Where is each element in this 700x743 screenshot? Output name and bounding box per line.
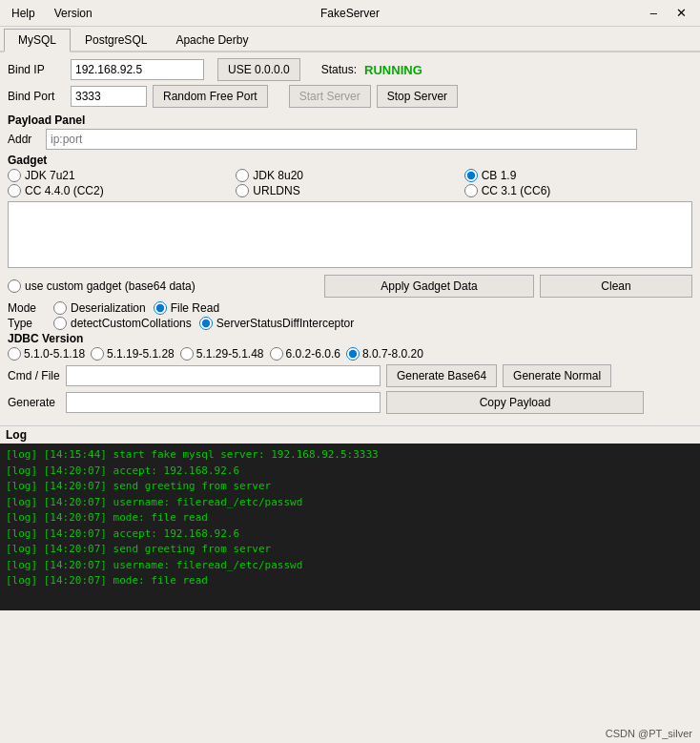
close-button[interactable]: ✕ — [670, 4, 692, 23]
gadget-cb19-label: CB 1.9 — [482, 169, 517, 182]
log-section: Log [log] [14:15:44] start fake mysql se… — [0, 425, 700, 610]
jdbc-version-label: JDBC Version — [8, 332, 692, 345]
radio-jdk8u20[interactable] — [236, 169, 249, 182]
payload-panel-label: Payload Panel — [8, 114, 692, 127]
type-detect-label: detectCustomCollations — [71, 317, 192, 330]
jdbc-v807-label: 8.0.7-8.0.20 — [362, 347, 423, 361]
gadget-jdk8u20-label: JDK 8u20 — [253, 169, 303, 182]
custom-gadget-radio[interactable] — [8, 279, 21, 293]
cmd-file-label: Cmd / File — [8, 369, 60, 382]
menu-version[interactable]: Version — [51, 5, 96, 22]
gadget-jdk7u21: JDK 7u21 — [8, 169, 236, 182]
bind-port-label: Bind Port — [8, 90, 65, 103]
generate-row: Generate Copy Payload — [8, 391, 692, 414]
jdbc-v519: 5.1.19-5.1.28 — [91, 347, 175, 361]
radio-jdbc-807[interactable] — [346, 347, 360, 361]
radio-jdbc-510[interactable] — [8, 347, 21, 361]
menu-help[interactable]: Help — [8, 5, 39, 22]
custom-gadget-label: use custom gadget (base64 data) — [25, 279, 196, 293]
jdbc-v5129: 5.1.29-5.1.48 — [180, 347, 264, 361]
radio-cb19[interactable] — [464, 169, 478, 182]
jdbc-v807: 8.0.7-8.0.20 — [346, 347, 423, 361]
mode-deser: Deserialization — [53, 301, 146, 315]
radio-jdbc-602[interactable] — [270, 347, 283, 361]
stop-server-button[interactable]: Stop Server — [377, 85, 458, 108]
log-line: [log] [14:20:07] mode: file read — [6, 510, 694, 526]
tab-apache-derby[interactable]: Apache Derby — [161, 29, 262, 51]
radio-deserialization[interactable] — [53, 301, 67, 315]
app-title: FakeServer — [320, 7, 380, 20]
type-detect: detectCustomCollations — [53, 317, 192, 330]
log-line: [log] [14:20:07] accept: 192.168.92.6 — [6, 464, 694, 480]
gadget-jdk8u20: JDK 8u20 — [236, 169, 463, 182]
tab-postgresql[interactable]: PostgreSQL — [71, 29, 161, 51]
use-button[interactable]: USE 0.0.0.0 — [217, 58, 300, 81]
bind-ip-label: Bind IP — [8, 63, 65, 76]
radio-file-read[interactable] — [154, 301, 167, 315]
jdbc-v5129-label: 5.1.29-5.1.48 — [196, 347, 264, 361]
gadget-urldns: URLDNS — [236, 184, 463, 197]
jdbc-v602-label: 6.0.2-6.0.6 — [286, 347, 340, 361]
type-row: Type detectCustomCollations ServerStatus… — [8, 317, 692, 330]
mode-fileread-label: File Read — [171, 301, 219, 315]
radio-server-status[interactable] — [199, 317, 213, 330]
custom-gadget-option: use custom gadget (base64 data) — [8, 279, 196, 293]
gadget-cc440-label: CC 4.4.0 (CC2) — [25, 184, 104, 197]
generate-label: Generate — [8, 396, 60, 409]
generate-base64-button[interactable]: Generate Base64 — [386, 364, 497, 387]
radio-jdbc-5129[interactable] — [180, 347, 194, 361]
jdbc-version-options: 5.1.0-5.1.18 5.1.19-5.1.28 5.1.29-5.1.48… — [8, 347, 692, 361]
minimize-button[interactable]: – — [645, 4, 663, 23]
gadget-urldns-label: URLDNS — [253, 184, 299, 197]
mode-deser-label: Deserialization — [71, 301, 146, 315]
radio-jdbc-519[interactable] — [91, 347, 104, 361]
radio-detect-custom[interactable] — [53, 317, 67, 330]
menu-bar: Help Version — [8, 5, 96, 22]
random-free-port-button[interactable]: Random Free Port — [153, 85, 268, 108]
generate-normal-button[interactable]: Generate Normal — [503, 364, 611, 387]
log-line: [log] [14:20:07] send greeting from serv… — [6, 542, 694, 558]
addr-label: Addr — [8, 133, 46, 146]
apply-gadget-data-button[interactable]: Apply Gadget Data — [324, 275, 534, 298]
radio-jdk7u21[interactable] — [8, 169, 21, 182]
addr-input[interactable] — [46, 129, 637, 150]
copy-payload-button[interactable]: Copy Payload — [386, 391, 644, 414]
gadget-cc440: CC 4.4.0 (CC2) — [8, 184, 236, 197]
gadget-data-textarea[interactable] — [8, 201, 692, 268]
radio-cc440[interactable] — [8, 184, 21, 197]
window-controls: – ✕ — [645, 4, 692, 23]
tab-mysql[interactable]: MySQL — [4, 29, 71, 52]
gadget-options: JDK 7u21 JDK 8u20 CB 1.9 CC 4.4.0 (CC2) … — [8, 169, 692, 197]
mode-label: Mode — [8, 301, 46, 315]
bind-port-input[interactable] — [71, 86, 147, 107]
log-line: [log] [14:20:07] send greeting from serv… — [6, 479, 694, 495]
watermark: CSDN @PT_silver — [606, 728, 692, 739]
tab-bar: MySQL PostgreSQL Apache Derby — [0, 27, 700, 52]
cmd-row: Cmd / File Generate Base64 Generate Norm… — [8, 364, 692, 387]
clean-button[interactable]: Clean — [540, 275, 692, 298]
log-line: [log] [14:20:07] accept: 192.168.92.6 — [6, 526, 694, 543]
type-serverstatus-label: ServerStatusDiffInterceptor — [216, 317, 355, 330]
gadget-cc31: CC 3.1 (CC6) — [464, 184, 692, 197]
radio-urldns[interactable] — [236, 184, 249, 197]
log-line: [log] [14:20:07] username: fileread_/etc… — [6, 495, 694, 511]
type-label: Type — [8, 317, 46, 330]
bind-ip-input[interactable] — [71, 59, 204, 80]
log-line: [log] [14:15:44] start fake mysql server… — [6, 447, 694, 464]
log-content: [log] [14:15:44] start fake mysql server… — [0, 444, 700, 610]
type-serverstatus: ServerStatusDiffInterceptor — [199, 317, 355, 330]
gadget-jdk7u21-label: JDK 7u21 — [25, 169, 75, 182]
main-content: Bind IP USE 0.0.0.0 Status: RUNNING Bind… — [0, 52, 700, 423]
log-line: [log] [14:20:07] mode: file read — [6, 573, 694, 589]
status-label: Status: — [321, 63, 357, 76]
title-bar: Help Version FakeServer – ✕ — [0, 0, 700, 27]
radio-cc31[interactable] — [464, 184, 478, 197]
gadget-label: Gadget — [8, 154, 692, 167]
gadget-cb19: CB 1.9 — [464, 169, 692, 182]
cmd-file-input[interactable] — [66, 365, 381, 386]
generate-input[interactable] — [66, 392, 381, 413]
jdbc-v510: 5.1.0-5.1.18 — [8, 347, 85, 361]
log-header: Log — [0, 425, 700, 444]
gadget-cc31-label: CC 3.1 (CC6) — [482, 184, 551, 197]
start-server-button[interactable]: Start Server — [289, 85, 371, 108]
